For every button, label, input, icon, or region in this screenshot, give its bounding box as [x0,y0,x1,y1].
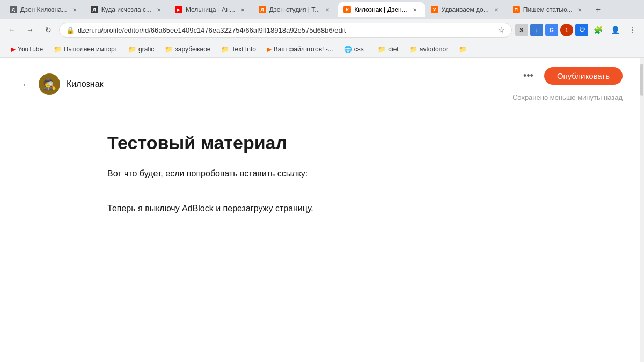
grafic-bookmark-label: grafic [138,46,154,53]
avtodonor-bookmark-label: avtodonor [420,46,448,53]
tab2-title: Куда исчезла с... [101,6,151,13]
tab5-close[interactable]: ✕ [411,5,419,14]
tab-bar: Д Дзен Килозна... ✕ Д Куда исчезла с... … [0,0,644,19]
tab3-close[interactable]: ✕ [238,5,247,14]
tab6-favicon: У [431,6,438,13]
textinfo-bookmark-label: Text Info [231,46,255,53]
vashfile-icon: ▶ [267,46,272,53]
more-bookmarks-icon: 📁 [459,46,467,53]
shield-extension-icon[interactable]: 🛡 [575,24,588,36]
profile-icon[interactable]: 👤 [608,23,623,38]
vashfile-bookmark-label: Ваш файл готов! -... [274,46,333,53]
tab-kiloznak-active[interactable]: К Килознак | Дзен... ✕ [338,2,424,17]
tab3-title: Мельница - Ан... [186,6,235,13]
s-extension-icon[interactable]: S [515,24,528,36]
new-tab-button[interactable]: + [590,2,605,17]
diet-folder-icon: 📁 [378,46,386,53]
css-bookmark-label: css_ [354,46,368,53]
header-left: ← 🕵️ Килознак [21,73,104,95]
back-arrow-button[interactable]: ← [21,78,32,91]
youtube-bookmark-icon: ▶ [11,46,16,53]
lock-icon: 🔒 [66,26,75,34]
bookmark-youtube[interactable]: ▶ YouTube [6,44,47,55]
zarub-bookmark-label: зарубежное [175,46,210,53]
bookmark-import[interactable]: 📁 Выполнен импорт [49,44,122,55]
bookmarks-bar: ▶ YouTube 📁 Выполнен импорт 📁 grafic 📁 з… [0,41,644,58]
tab-pishem[interactable]: П Пишем статью... ✕ [507,2,590,17]
reload-button[interactable]: ↻ [41,23,56,38]
bookmark-grafic[interactable]: 📁 grafic [124,44,158,55]
bookmark-avtodonor[interactable]: 📁 avtodonor [405,44,452,55]
tab-udvaivayem[interactable]: У Удваиваем до... ✕ [426,2,506,17]
tab6-title: Удваиваем до... [442,6,489,13]
address-bar-row: ← → ↻ 🔒 dzen.ru/profile/editor/id/66a65e… [0,19,644,41]
download-extension-icon[interactable]: ↓ [530,24,543,36]
translate-extension-icon[interactable]: G [545,24,558,36]
css-globe-icon: 🌐 [344,46,352,53]
tab4-favicon: Д [259,6,266,13]
tab-dzen-kiloznak[interactable]: Д Дзен Килозна... ✕ [4,2,84,17]
address-input[interactable]: 🔒 dzen.ru/profile/editor/id/66a65ee1409c… [59,23,512,38]
bookmark-vash-file[interactable]: ▶ Ваш файл готов! -... [262,44,338,55]
import-folder-icon: 📁 [54,46,62,53]
tab7-favicon: П [513,6,520,13]
more-options-button[interactable]: ••• [519,68,538,84]
article-paragraph-2[interactable]: Теперь я выключу AdBlock и перезагружу с… [107,202,537,216]
tab2-favicon: Д [91,6,98,13]
circle-extension-icon[interactable]: 1 [560,24,573,36]
scrollbar-thumb[interactable] [640,64,643,96]
save-status: Сохранено меньше минуты назад [513,93,623,101]
article-title[interactable]: Тестовый материал [107,132,537,154]
tab1-favicon: Д [10,6,17,13]
zarub-folder-icon: 📁 [165,46,173,53]
import-bookmark-label: Выполнен импорт [64,46,118,53]
tab4-title: Дзен-студия | Т... [269,6,320,13]
page-content: ← 🕵️ Килознак ••• Опубликовать Сохранено… [0,58,644,362]
tab6-close[interactable]: ✕ [492,5,501,14]
tab5-favicon: К [343,6,351,13]
back-button[interactable]: ← [4,23,19,38]
scrollbar[interactable] [640,58,644,362]
forward-button[interactable]: → [23,23,38,38]
header-actions: ••• Опубликовать [519,67,623,85]
channel-name: Килознак [67,79,104,89]
tab7-title: Пишем статью... [523,6,573,13]
youtube-bookmark-label: YouTube [18,46,43,53]
header-right: ••• Опубликовать Сохранено меньше минуты… [513,67,623,101]
tab2-close[interactable]: ✕ [155,5,163,14]
grafic-folder-icon: 📁 [128,46,136,53]
bookmark-zarubezhnoe[interactable]: 📁 зарубежное [160,44,215,55]
channel-avatar: 🕵️ [39,73,60,95]
tab3-favicon: ▶ [175,6,182,13]
tab-dzen-studio[interactable]: Д Дзен-студия | Т... ✕ [253,2,337,17]
avtodonor-folder-icon: 📁 [409,46,418,53]
star-icon[interactable]: ☆ [498,26,505,34]
bookmark-more[interactable]: 📁 [455,44,471,55]
browser-chrome: Д Дзен Килозна... ✕ Д Куда исчезла с... … [0,0,644,58]
bookmark-diet[interactable]: 📁 diet [374,44,402,55]
tab1-title: Дзен Килозна... [20,6,67,13]
diet-bookmark-label: diet [388,46,398,53]
toolbar-icons: S ↓ G 1 🛡 🧩 👤 ⋮ [515,23,640,38]
editor-header: ← 🕵️ Килознак ••• Опубликовать Сохранено… [0,58,644,110]
extensions-icon[interactable]: 🧩 [590,23,605,38]
tab1-close[interactable]: ✕ [70,5,79,14]
bookmark-css[interactable]: 🌐 css_ [340,44,372,55]
tab7-close[interactable]: ✕ [575,5,584,14]
tab4-close[interactable]: ✕ [323,5,332,14]
tab-melnitsa[interactable]: ▶ Мельница - Ан... ✕ [170,2,252,17]
textinfo-folder-icon: 📁 [221,46,229,53]
publish-button[interactable]: Опубликовать [544,67,623,85]
article-paragraph-1[interactable]: Вот что будет, если попробовать вставить… [107,167,537,181]
tab5-title: Килознак | Дзен... [354,6,407,13]
menu-icon[interactable]: ⋮ [625,23,640,38]
editor-body[interactable]: Тестовый материал Вот что будет, если по… [0,110,644,237]
bookmark-text-info[interactable]: 📁 Text Info [217,44,260,55]
tab-kuda[interactable]: Д Куда исчезла с... ✕ [85,2,169,17]
address-text: dzen.ru/profile/editor/id/66a65ee1409c14… [78,26,495,34]
